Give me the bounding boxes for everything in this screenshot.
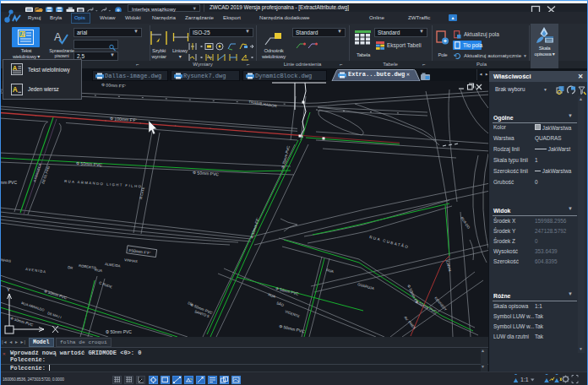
svg-text:Φ 50mm PVC: Φ 50mm PVC bbox=[193, 170, 220, 176]
svg-text:INHAS: INHAS bbox=[0, 258, 11, 263]
svg-text:Φ 50mm PVC: Φ 50mm PVC bbox=[76, 160, 103, 167]
svg-text:C RUDE: C RUDE bbox=[99, 280, 113, 289]
svg-text:Φ 50mm PVC: Φ 50mm PVC bbox=[44, 289, 68, 301]
svg-text:TRABALHADOR: TRABALHADOR bbox=[248, 100, 278, 108]
svg-text:RUA ARNALDO: RUA ARNALDO bbox=[21, 301, 46, 312]
svg-text:Φ 00mm F'F': Φ 00mm F'F' bbox=[101, 82, 126, 89]
svg-text:AVENIDA: AVENIDA bbox=[25, 267, 47, 274]
svg-text:mm PVC: mm PVC bbox=[0, 180, 17, 185]
svg-text:A: A bbox=[21, 31, 25, 37]
svg-text:DE OL FREI: DE OL FREI bbox=[41, 165, 51, 185]
svg-text:ALMEIDA: ALMEIDA bbox=[105, 262, 121, 268]
svg-text:Φ 50mm PVC: Φ 50mm PVC bbox=[279, 323, 306, 333]
svg-text:Y: Y bbox=[7, 287, 10, 292]
svg-text:Φ 50mm PVC: Φ 50mm PVC bbox=[106, 329, 132, 334]
svg-text:SÃO: SÃO bbox=[276, 301, 286, 307]
svg-text:1:1: 1:1 bbox=[520, 377, 529, 382]
svg-text:GUARUJA: GUARUJA bbox=[357, 282, 375, 290]
svg-text:AV. PRES: AV. PRES bbox=[403, 315, 416, 330]
svg-text:A: A bbox=[13, 85, 18, 94]
svg-text:DR: DR bbox=[68, 265, 74, 270]
svg-text:Φ 50mm PVC: Φ 50mm PVC bbox=[275, 286, 300, 296]
svg-text:VICENTE: VICENTE bbox=[285, 309, 301, 318]
svg-text:RUA ARMANDO LIGHT FILHO: RUA ARMANDO LIGHT FILHO bbox=[64, 179, 142, 188]
svg-text:CANAL: CANAL bbox=[445, 260, 453, 273]
svg-text:RUA CUBATÃO: RUA CUBATÃO bbox=[369, 234, 410, 249]
svg-text:RUA: RUA bbox=[268, 292, 276, 299]
svg-text:RUA: RUA bbox=[95, 268, 103, 273]
svg-text:VINHAS: VINHAS bbox=[124, 258, 138, 263]
svg-text:RUA: RUA bbox=[326, 268, 335, 274]
